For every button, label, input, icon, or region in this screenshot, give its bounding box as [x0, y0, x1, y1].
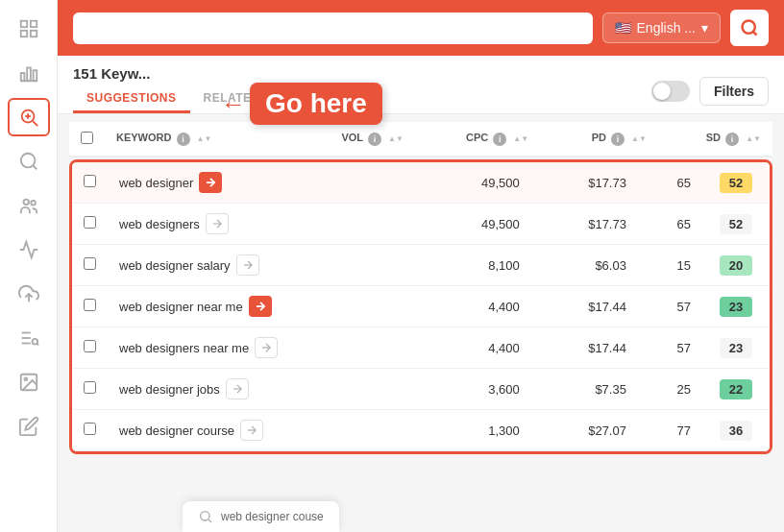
keyword-text: web designers — [119, 217, 200, 231]
svg-point-23 — [24, 377, 27, 380]
sidebar-item-edit[interactable] — [8, 407, 50, 446]
col-vol: VOL i ▲▼ — [330, 122, 454, 157]
keyword-cell: web designers near me — [108, 327, 425, 369]
select-all-checkbox[interactable] — [81, 132, 93, 144]
vol-cell: 1,300 — [425, 410, 531, 451]
sd-cell: 23 — [702, 327, 770, 369]
sd-sort-arrows[interactable]: ▲▼ — [746, 135, 761, 143]
subheader: 151 Keyw... SUGGESTIONS RELATED Filters — [58, 56, 784, 114]
keyword-arrow-button[interactable] — [255, 337, 278, 358]
search-input[interactable]: web designer — [86, 20, 579, 36]
image-icon — [18, 372, 39, 393]
table-row: web designer near me4,400$17.445723 — [72, 286, 770, 327]
sidebar-item-listsearch[interactable] — [8, 319, 50, 357]
sd-badge: 23 — [720, 297, 752, 317]
pd-cell: 57 — [638, 286, 702, 327]
bottom-preview-icon — [198, 509, 213, 524]
row-checkbox-cell — [72, 204, 108, 245]
row-checkbox[interactable] — [84, 175, 96, 187]
row-checkbox[interactable] — [84, 381, 96, 394]
svg-point-12 — [20, 154, 35, 168]
cpc-info-icon: i — [493, 133, 506, 146]
upload-icon — [18, 283, 39, 304]
sidebar-item-keywords[interactable] — [8, 98, 50, 136]
sidebar-item-users[interactable] — [8, 186, 50, 225]
sd-cell: 52 — [702, 204, 770, 245]
keywords-icon — [18, 107, 39, 128]
vol-sort-arrows[interactable]: ▲▼ — [388, 135, 404, 143]
svg-rect-2 — [20, 31, 26, 36]
tab-related[interactable]: RELATED — [190, 85, 274, 113]
search-bar[interactable]: web designer — [73, 12, 593, 44]
keyword-cell: web designer course — [108, 410, 425, 451]
arrow-right-icon — [259, 341, 273, 354]
pd-cell: 77 — [638, 410, 702, 451]
sd-col-label: SD — [706, 132, 721, 143]
sd-info-icon: i — [725, 133, 739, 146]
svg-rect-6 — [33, 70, 37, 81]
row-checkbox[interactable] — [84, 257, 96, 270]
table-row: web designers49,500$17.736552 — [72, 204, 770, 245]
sd-cell: 22 — [702, 369, 770, 410]
keyword-arrow-button[interactable] — [206, 213, 229, 234]
cpc-cell: $17.73 — [531, 204, 638, 245]
row-checkbox-cell — [72, 245, 108, 286]
svg-line-13 — [33, 165, 37, 169]
keyword-cell: web designer salary — [108, 245, 425, 286]
pd-sort-arrows[interactable]: ▲▼ — [631, 135, 647, 143]
sd-badge: 36 — [720, 421, 752, 441]
sd-badge: 20 — [720, 255, 752, 276]
sidebar-item-dashboard[interactable] — [8, 10, 50, 48]
sd-badge: 52 — [720, 173, 752, 193]
tab-suggestions[interactable]: SUGGESTIONS — [73, 85, 190, 113]
keyword-count: 151 Keyw... — [73, 65, 274, 82]
pencil-icon — [18, 416, 39, 437]
keyword-arrow-button[interactable] — [236, 254, 259, 276]
vol-info-icon: i — [368, 133, 381, 146]
row-checkbox-cell — [72, 369, 108, 410]
row-checkbox[interactable] — [84, 340, 96, 352]
sidebar-item-upload[interactable] — [8, 275, 50, 313]
sd-cell: 20 — [702, 245, 770, 286]
svg-point-15 — [31, 201, 36, 206]
row-checkbox[interactable] — [84, 299, 96, 311]
svg-rect-4 — [20, 73, 24, 81]
keyword-arrow-button[interactable] — [226, 378, 249, 399]
analytics-icon — [18, 239, 39, 260]
arrow-right-icon — [210, 217, 224, 230]
keyword-text: web designer — [119, 176, 193, 190]
sd-badge: 52 — [720, 214, 752, 234]
row-checkbox[interactable] — [84, 216, 96, 229]
arrow-right-icon — [241, 258, 255, 272]
toggle-switch[interactable] — [651, 81, 690, 102]
vol-cell: 4,400 — [425, 327, 531, 369]
table-wrap: KEYWORD i ▲▼ VOL i ▲▼ CPC i ▲▼ — [58, 114, 784, 532]
row-checkbox[interactable] — [84, 423, 96, 435]
filters-button[interactable]: Filters — [699, 77, 769, 106]
sd-badge: 22 — [720, 379, 752, 399]
keyword-arrow-button[interactable] — [240, 420, 263, 441]
cpc-sort-arrows[interactable]: ▲▼ — [513, 135, 528, 143]
keyword-sort-arrows[interactable]: ▲▼ — [197, 135, 212, 143]
svg-rect-0 — [20, 21, 26, 27]
keyword-arrow-button[interactable] — [249, 296, 272, 317]
table-headers: KEYWORD i ▲▼ VOL i ▲▼ CPC i ▲▼ — [69, 122, 772, 157]
table-row: web designer jobs3,600$7.352522 — [72, 369, 770, 410]
keyword-info-icon: i — [177, 133, 190, 146]
arrow-right-icon — [204, 176, 217, 189]
keyword-cell: web designer jobs — [108, 369, 425, 410]
sidebar-item-analytics[interactable] — [8, 230, 50, 269]
cpc-cell: $27.07 — [531, 410, 638, 451]
pd-info-icon: i — [611, 133, 625, 146]
chart-icon — [18, 62, 39, 84]
search-button[interactable] — [730, 10, 769, 46]
sidebar-item-image[interactable] — [8, 363, 50, 401]
language-selector[interactable]: 🇺🇸 English ... ▾ — [602, 12, 721, 43]
svg-point-20 — [32, 339, 37, 345]
cpc-col-label: CPC — [466, 132, 488, 143]
sidebar-item-explore[interactable] — [8, 142, 50, 181]
table-row: web designer course1,300$27.077736 — [72, 410, 770, 451]
keyword-arrow-button[interactable] — [199, 172, 222, 193]
sidebar-item-chart[interactable] — [8, 54, 50, 92]
keyword-text: web designer salary — [119, 258, 231, 273]
